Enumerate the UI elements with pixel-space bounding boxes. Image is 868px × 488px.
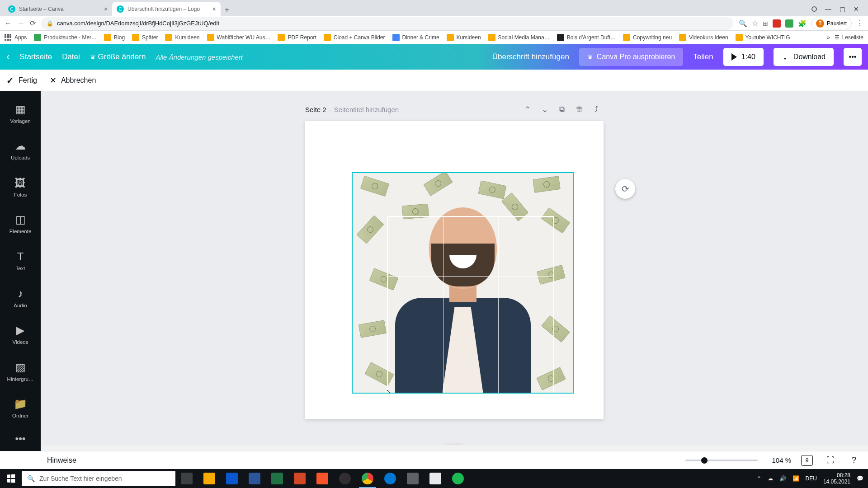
help-icon[interactable]: ?: [846, 453, 862, 468]
home-link[interactable]: Startseite: [19, 52, 52, 61]
page-grid-button[interactable]: 9: [799, 453, 815, 468]
taskbar-app-edge[interactable]: [379, 469, 401, 488]
taskbar-app-explorer[interactable]: [198, 469, 221, 488]
bookmark-item[interactable]: Kursideen: [447, 34, 481, 41]
zoom-slider-thumb[interactable]: [701, 457, 708, 464]
taskbar-app-generic[interactable]: [401, 469, 424, 488]
bookmark-item[interactable]: Copywriting neu: [623, 34, 672, 41]
forward-icon[interactable]: →: [17, 19, 24, 28]
resize-button[interactable]: ♛ Größe ändern: [90, 52, 146, 61]
taskbar-search-input[interactable]: 🔍 Zur Suche Text hier eingeben: [22, 471, 175, 486]
horizontal-scrollbar[interactable]: [41, 445, 868, 451]
crop-done-button[interactable]: ✓ Fertig: [6, 75, 37, 86]
sidebar-item-photos[interactable]: 🖼Fotos: [0, 169, 41, 206]
browser-menu-icon[interactable]: ⋮: [856, 19, 863, 28]
share-button[interactable]: Teilen: [693, 52, 713, 61]
tray-onedrive-icon[interactable]: ☁: [768, 475, 773, 482]
fullscreen-icon[interactable]: ⛶: [823, 453, 838, 468]
design-canvas[interactable]: ↔ ⟳: [305, 121, 604, 419]
bookmark-item[interactable]: Wahlfächer WU Aus…: [207, 34, 271, 41]
more-menu-button[interactable]: •••: [844, 48, 862, 66]
delete-page-icon[interactable]: 🗑: [572, 102, 586, 117]
taskbar-app-brave[interactable]: [311, 469, 334, 488]
zoom-percent[interactable]: 104 %: [766, 456, 791, 464]
tray-wifi-icon[interactable]: 📶: [793, 475, 799, 482]
extension-icon[interactable]: [773, 19, 781, 28]
sidebar-item-templates[interactable]: ▦Vorlagen: [0, 95, 41, 132]
taskbar-app-powerpoint[interactable]: [288, 469, 311, 488]
sidebar-more-button[interactable]: •••: [9, 427, 32, 451]
sidebar-item-elements[interactable]: ◫Elemente: [0, 206, 41, 243]
sidebar-item-uploads[interactable]: ☁Uploads: [0, 132, 41, 169]
bookmark-item[interactable]: Kursideen: [165, 34, 199, 41]
account-indicator-icon[interactable]: [811, 6, 817, 12]
crop-frame[interactable]: [388, 217, 553, 394]
bookmark-item[interactable]: Videokurs Ideen: [679, 34, 728, 41]
bookmark-item[interactable]: PDF Report: [278, 34, 316, 41]
bookmark-item[interactable]: Produktsuche - Mer…: [34, 34, 97, 41]
extension-icon[interactable]: [785, 19, 793, 28]
duplicate-page-icon[interactable]: ⧉: [555, 102, 569, 117]
sidebar-item-background[interactable]: ▨Hintergru…: [0, 353, 41, 390]
page-down-icon[interactable]: ⌄: [538, 102, 552, 117]
page-up-icon[interactable]: ⌃: [520, 102, 535, 117]
close-tab-icon[interactable]: ×: [212, 5, 216, 13]
download-button[interactable]: ⭳ Download: [774, 48, 834, 66]
back-arrow-icon[interactable]: ‹: [6, 51, 9, 63]
bookmark-item[interactable]: Cload + Canva Bilder: [324, 34, 385, 41]
apps-button[interactable]: Apps: [5, 34, 27, 41]
sidebar-item-folders[interactable]: 📁Ordner: [0, 390, 41, 427]
back-icon[interactable]: ←: [5, 19, 12, 28]
taskbar-app-mail[interactable]: [221, 469, 243, 488]
tray-volume-icon[interactable]: 🔊: [779, 475, 786, 482]
profile-button[interactable]: T Pausiert: [811, 18, 852, 29]
taskbar-app-excel[interactable]: [266, 469, 288, 488]
extensions-puzzle-icon[interactable]: 🧩: [798, 19, 807, 28]
taskbar-app-notepad[interactable]: [424, 469, 447, 488]
bookmark-overflow-icon[interactable]: »: [827, 34, 830, 41]
tray-language[interactable]: DEU: [806, 475, 817, 482]
minimize-icon[interactable]: —: [825, 5, 831, 13]
taskbar-app-obs[interactable]: [334, 469, 356, 488]
browser-tab-1[interactable]: C Überschrift hinzufügen – Logo ×: [112, 2, 221, 16]
task-view-button[interactable]: [175, 469, 198, 488]
bookmark-item[interactable]: Bois d'Argent Duft…: [557, 34, 616, 41]
bookmark-item[interactable]: Blog: [104, 34, 125, 41]
canvas-area[interactable]: Seite 2 - Seitentitel hinzufügen ⌃ ⌄ ⧉ 🗑…: [41, 91, 868, 451]
try-pro-button[interactable]: ♛ Canva Pro ausprobieren: [579, 48, 683, 66]
bookmark-item[interactable]: Youtube WICHTIG: [736, 34, 790, 41]
close-tab-icon[interactable]: ×: [104, 5, 108, 13]
taskbar-app-word[interactable]: [243, 469, 266, 488]
browser-tab-0[interactable]: C Startseite – Canva ×: [4, 2, 112, 16]
add-page-icon[interactable]: ⤴: [589, 102, 604, 117]
maximize-icon[interactable]: ▢: [840, 5, 845, 13]
page-title-input[interactable]: Seitentitel hinzufügen: [334, 106, 399, 113]
zoom-slider[interactable]: [685, 460, 758, 461]
notes-button[interactable]: Hinweise: [47, 456, 76, 465]
refresh-element-button[interactable]: ⟳: [615, 179, 635, 199]
tray-chevron-icon[interactable]: ⌃: [757, 475, 761, 482]
sidebar-item-text[interactable]: TText: [0, 242, 41, 279]
qr-icon[interactable]: ⊞: [763, 20, 768, 27]
document-title[interactable]: Überschrift hinzufügen: [492, 52, 569, 61]
reading-list-button[interactable]: ☰ Leseliste: [835, 34, 863, 41]
file-menu[interactable]: Datei: [62, 52, 80, 61]
play-button[interactable]: 1:40: [723, 48, 764, 66]
sidebar-item-audio[interactable]: ♪Audio: [0, 279, 41, 316]
crop-handle-tl[interactable]: [387, 216, 393, 222]
bookmark-item[interactable]: Dinner & Crime: [392, 34, 439, 41]
tray-notifications-icon[interactable]: 💬: [857, 475, 863, 482]
bookmark-item[interactable]: Social Media Mana…: [488, 34, 550, 41]
crop-handle-tr[interactable]: [548, 216, 554, 222]
image-bounds[interactable]: ↔: [352, 172, 574, 394]
bookmark-item[interactable]: Später: [132, 34, 158, 41]
reload-icon[interactable]: ⟳: [30, 19, 36, 28]
tray-clock[interactable]: 08:28 14.05.2021: [823, 472, 850, 485]
star-icon[interactable]: ☆: [752, 19, 758, 28]
taskbar-app-spotify[interactable]: [447, 469, 469, 488]
start-button[interactable]: [0, 469, 22, 488]
taskbar-app-chrome[interactable]: [356, 469, 379, 488]
close-window-icon[interactable]: ✕: [854, 5, 859, 13]
crop-handle-br[interactable]: [548, 389, 554, 394]
address-input[interactable]: 🔒 canva.com/design/DAEdomzscjI/drBfjHdCo…: [41, 17, 733, 30]
